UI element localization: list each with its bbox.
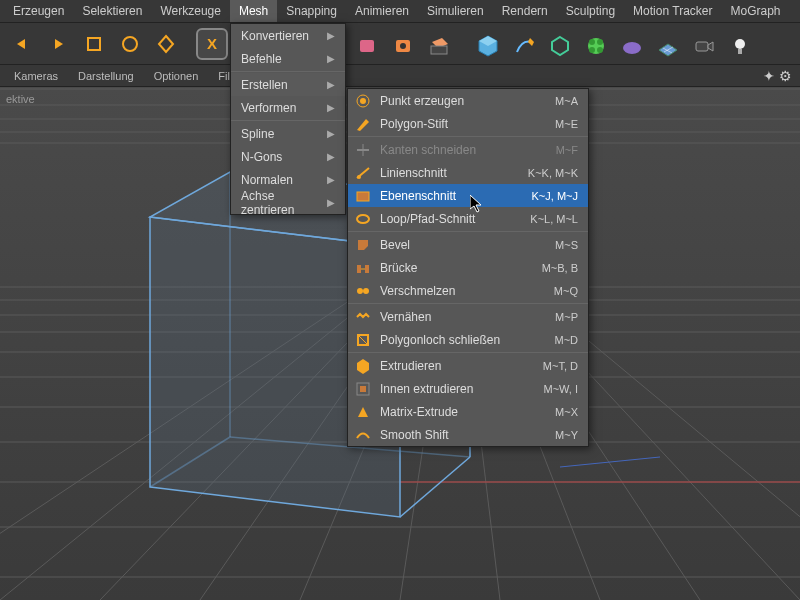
menu-mograph[interactable]: MoGraph	[721, 0, 789, 22]
menu-werkzeuge[interactable]: Werkzeuge	[151, 0, 229, 22]
tool-b-icon[interactable]	[388, 30, 420, 62]
menuitem-ebenenschnitt[interactable]: EbenenschnittK~J, M~J	[348, 184, 588, 207]
svg-line-33	[400, 457, 470, 517]
svg-rect-52	[738, 49, 742, 54]
svg-point-44	[597, 39, 603, 45]
viewport-menubar: KamerasDarstellungOptionenFil	[0, 65, 800, 87]
menuitem-n-gons[interactable]: N-Gons▶	[231, 145, 345, 168]
tool-diamond-button[interactable]	[150, 28, 182, 60]
svg-rect-41	[431, 46, 447, 54]
svg-point-59	[357, 215, 369, 223]
svg-rect-38	[360, 40, 374, 52]
menuitem-erstellen[interactable]: Erstellen▶	[231, 73, 345, 96]
svg-rect-58	[357, 192, 369, 201]
menu-selektieren[interactable]: Selektieren	[73, 0, 151, 22]
menu-erzeugen[interactable]: Erzeugen	[4, 0, 73, 22]
main-menubar: ErzeugenSelektierenWerkzeugeMeshSnapping…	[0, 0, 800, 23]
menuitem-innen-extrudieren[interactable]: Innen extrudierenM~W, I	[348, 377, 588, 400]
settings-icon[interactable]: ✦ ⚙	[763, 68, 792, 84]
menu-animieren[interactable]: Animieren	[346, 0, 418, 22]
bevel-icon	[354, 236, 372, 254]
svg-point-45	[589, 47, 595, 53]
smooth-icon	[354, 426, 372, 444]
menuitem-vern-hen[interactable]: VernähenM~P	[348, 305, 588, 328]
tool-c-icon[interactable]	[424, 30, 456, 62]
light-icon[interactable]	[724, 30, 756, 62]
viewmenu-kameras[interactable]: Kameras	[4, 67, 68, 85]
tool-cube-button[interactable]	[78, 28, 110, 60]
generator-icon[interactable]	[544, 30, 576, 62]
svg-rect-60	[357, 265, 361, 273]
undo-button[interactable]	[6, 28, 38, 60]
menu-simulieren[interactable]: Simulieren	[418, 0, 493, 22]
menuitem-spline[interactable]: Spline▶	[231, 122, 345, 145]
menuitem-br-cke[interactable]: BrückeM~B, B	[348, 256, 588, 279]
menu-rendern[interactable]: Rendern	[493, 0, 557, 22]
menu-mesh[interactable]: Mesh	[230, 0, 277, 22]
svg-line-30	[560, 457, 660, 467]
redo-button[interactable]	[42, 28, 74, 60]
weld-icon	[354, 282, 372, 300]
menuitem-konvertieren[interactable]: Konvertieren▶	[231, 24, 345, 47]
menuitem-matrix-extrude[interactable]: Matrix-ExtrudeM~X	[348, 400, 588, 423]
tool-circle-button[interactable]	[114, 28, 146, 60]
menu-sculpting[interactable]: Sculpting	[557, 0, 624, 22]
extrude-icon	[354, 357, 372, 375]
viewmenu-optionen[interactable]: Optionen	[144, 67, 209, 85]
loopcut-icon	[354, 210, 372, 228]
menu-snapping[interactable]: Snapping	[277, 0, 346, 22]
menuitem-linienschnitt[interactable]: LinienschnittK~K, M~K	[348, 161, 588, 184]
edgecut-icon	[354, 141, 372, 159]
svg-point-51	[735, 39, 745, 49]
viewmenu-darstellung[interactable]: Darstellung	[68, 67, 144, 85]
menuitem-extrudieren[interactable]: ExtrudierenM~T, D	[348, 354, 588, 377]
menuitem-verschmelzen[interactable]: VerschmelzenM~Q	[348, 279, 588, 302]
menuitem-polygon-stift[interactable]: Polygon-StiftM~E	[348, 112, 588, 135]
erstellen-submenu[interactable]: Punkt erzeugenM~APolygon-StiftM~EKanten …	[347, 88, 589, 447]
stitch-icon	[354, 308, 372, 326]
menuitem-polygonloch-schlie-en[interactable]: Polygonloch schließenM~D	[348, 328, 588, 351]
point-icon	[354, 92, 372, 110]
close-icon	[354, 331, 372, 349]
svg-point-63	[357, 288, 363, 294]
planecut-icon	[354, 187, 372, 205]
menuitem-befehle[interactable]: Befehle▶	[231, 47, 345, 70]
menuitem-achse-zentrieren[interactable]: Achse zentrieren▶	[231, 191, 345, 214]
right-toolbar	[352, 30, 756, 62]
spline-pen-icon[interactable]	[508, 30, 540, 62]
floor-icon[interactable]	[652, 30, 684, 62]
svg-rect-50	[696, 42, 708, 51]
deformer-icon[interactable]	[580, 30, 612, 62]
linecut-icon	[354, 164, 372, 182]
svg-point-64	[363, 288, 369, 294]
bridge-icon	[354, 259, 372, 277]
axis-x-button[interactable]: X	[196, 28, 228, 60]
svg-point-47	[623, 42, 641, 54]
menuitem-loop-pfad-schnitt[interactable]: Loop/Pfad-SchnittK~L, M~L	[348, 207, 588, 230]
primitive-cube-icon[interactable]	[472, 30, 504, 62]
menuitem-punkt-erzeugen[interactable]: Punkt erzeugenM~A	[348, 89, 588, 112]
menuitem-bevel[interactable]: BevelM~S	[348, 233, 588, 256]
svg-point-53	[360, 98, 366, 104]
pen-icon	[354, 115, 372, 133]
svg-rect-61	[365, 265, 369, 273]
svg-rect-0	[88, 38, 100, 50]
svg-point-1	[123, 37, 137, 51]
svg-line-66	[358, 335, 368, 345]
svg-point-40	[400, 43, 406, 49]
mesh-menu[interactable]: Konvertieren▶Befehle▶Erstellen▶Verformen…	[230, 23, 346, 215]
svg-point-46	[597, 47, 603, 53]
menu-motion tracker[interactable]: Motion Tracker	[624, 0, 721, 22]
tool-a-icon[interactable]	[352, 30, 384, 62]
environment-icon[interactable]	[616, 30, 648, 62]
camera-icon[interactable]	[688, 30, 720, 62]
menuitem-kanten-schneiden: Kanten schneidenM~F	[348, 138, 588, 161]
menuitem-verformen[interactable]: Verformen▶	[231, 96, 345, 119]
menuitem-smooth-shift[interactable]: Smooth ShiftM~Y	[348, 423, 588, 446]
svg-point-57	[357, 175, 361, 179]
matrix-icon	[354, 403, 372, 421]
svg-rect-68	[360, 386, 366, 392]
svg-point-43	[589, 39, 595, 45]
inner-icon	[354, 380, 372, 398]
